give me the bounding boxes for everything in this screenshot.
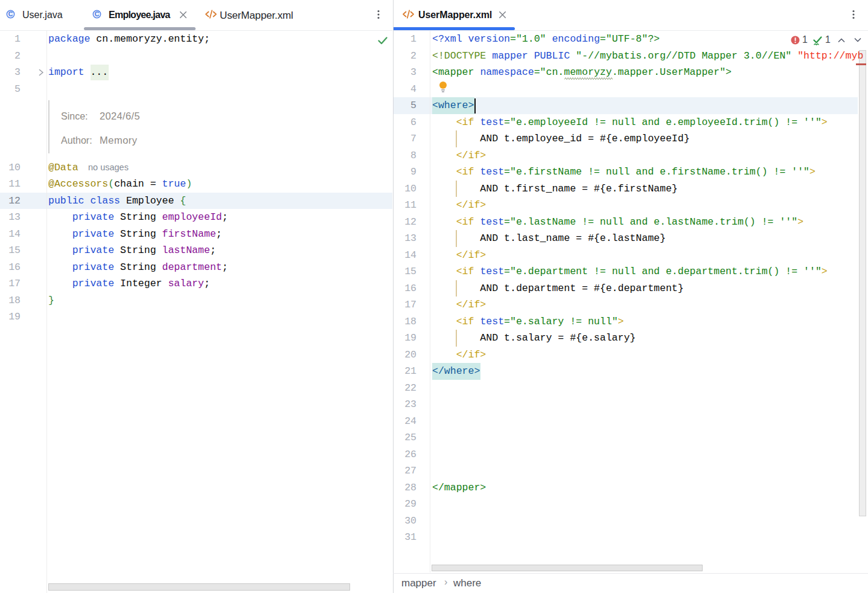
- svg-text:C: C: [95, 10, 100, 18]
- svg-text:C: C: [8, 10, 13, 18]
